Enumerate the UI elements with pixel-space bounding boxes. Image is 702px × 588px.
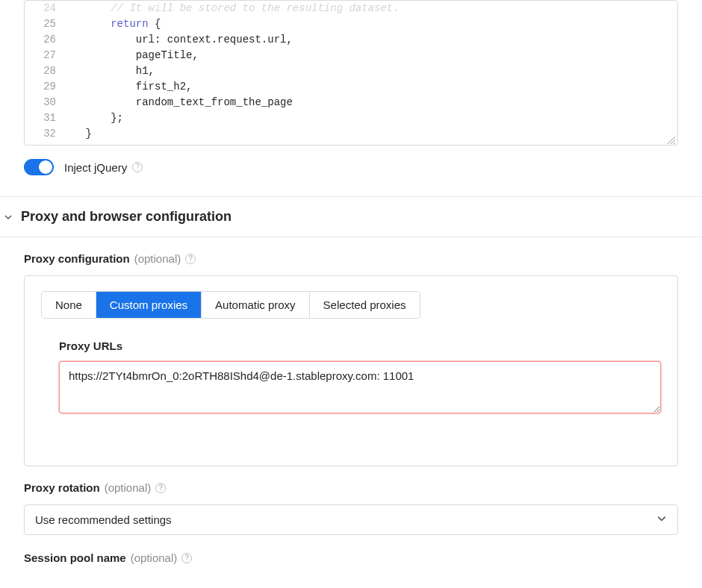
tab-custom-proxies[interactable]: Custom proxies (96, 292, 202, 318)
inject-jquery-row: Inject jQuery ? (0, 159, 702, 196)
proxy-urls-input[interactable] (59, 361, 661, 413)
code-gutter: 24 25 26 27 28 29 30 31 32 (25, 1, 60, 142)
proxy-config-box: None Custom proxies Automatic proxy Sele… (24, 275, 678, 466)
proxy-config-label: Proxy configuration (optional) ? (24, 252, 678, 265)
proxy-rotation-field: Proxy rotation (optional) ? Use recommen… (0, 466, 702, 535)
proxy-section-title: Proxy and browser configuration (21, 209, 232, 225)
proxy-section-toggle[interactable]: Proxy and browser configuration (0, 209, 702, 225)
help-icon[interactable]: ? (155, 483, 166, 493)
resize-handle-icon[interactable] (667, 135, 676, 144)
code-content[interactable]: // It will be stored to the resulting da… (60, 1, 400, 142)
proxy-section: Proxy and browser configuration (0, 196, 702, 237)
tab-selected-proxies[interactable]: Selected proxies (310, 292, 420, 318)
code-editor[interactable]: 24 25 26 27 28 29 30 31 32 // It will be… (24, 0, 678, 146)
inject-jquery-toggle[interactable] (24, 159, 54, 175)
session-pool-label: Session pool name (optional) ? (24, 551, 678, 564)
tab-automatic-proxy[interactable]: Automatic proxy (202, 292, 310, 318)
session-pool-field: Session pool name (optional) ? (0, 551, 702, 564)
help-icon[interactable]: ? (181, 553, 192, 563)
proxy-rotation-label: Proxy rotation (optional) ? (24, 481, 678, 494)
proxy-urls-label: Proxy URLs (59, 340, 661, 352)
proxy-type-tabs: None Custom proxies Automatic proxy Sele… (41, 291, 420, 319)
proxy-config-field: Proxy configuration (optional) ? None Cu… (0, 237, 702, 466)
tab-none[interactable]: None (42, 292, 96, 318)
chevron-down-icon (3, 212, 13, 222)
help-icon[interactable]: ? (185, 254, 196, 264)
chevron-down-icon (656, 513, 667, 526)
inject-jquery-label: Inject jQuery ? (64, 161, 143, 174)
help-icon[interactable]: ? (132, 162, 143, 172)
proxy-rotation-select[interactable]: Use recommended settings (24, 504, 678, 535)
